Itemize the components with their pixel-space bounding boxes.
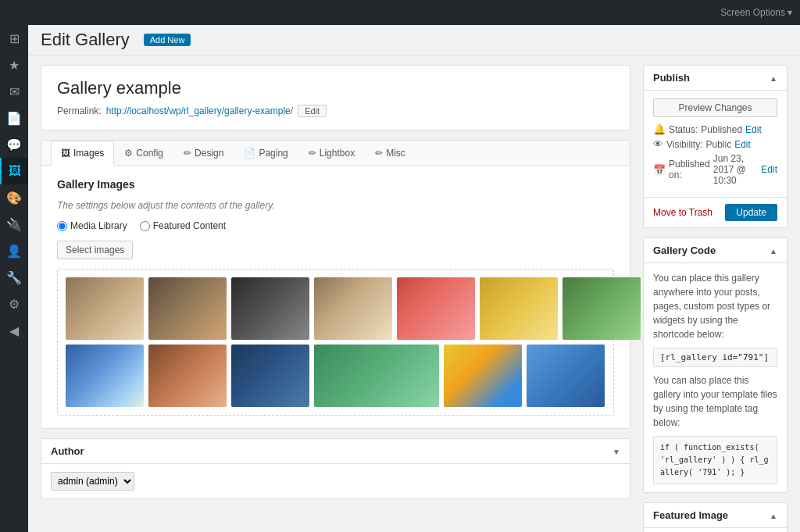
tab-paging[interactable]: 📄 Paging (234, 141, 298, 166)
post-title-box: Gallery example Permalink: http://localh… (41, 65, 630, 130)
sidebar-icon-plugins[interactable]: 🔌 (0, 211, 28, 237)
tab-design[interactable]: ✏ Design (173, 141, 234, 166)
thumbnail-5[interactable] (397, 277, 475, 340)
thumbnail-8[interactable] (66, 345, 144, 407)
source-radio-featured-input[interactable] (140, 221, 150, 231)
featured-image-panel-header[interactable]: Featured Image (644, 503, 787, 528)
source-radio-media[interactable]: Media Library (57, 220, 127, 231)
status-icon: 🔔 (653, 123, 666, 135)
thumbnail-10[interactable] (231, 345, 309, 407)
thumbnail-12[interactable] (444, 345, 522, 407)
gallery-code-title: Gallery Code (653, 245, 716, 256)
thumbnail-4[interactable] (314, 277, 392, 340)
permalink-edit-button[interactable]: Edit (298, 105, 327, 117)
preview-changes-button[interactable]: Preview Changes (653, 98, 777, 117)
design-tab-icon: ✏ (184, 148, 191, 159)
gallery-code-panel: Gallery Code You can place this gallery … (643, 237, 788, 493)
sidebar-icon-collapse[interactable]: ◀ (0, 317, 28, 344)
lightbox-tab-icon: ✏ (309, 148, 316, 159)
screen-options-btn[interactable]: Screen Options ▾ (720, 7, 792, 18)
paging-tab-icon: 📄 (244, 148, 255, 159)
admin-sidebar: ⊞ ★ ✉ 📄 💬 🖼 🎨 🔌 👤 🔧 ⚙ ◀ (0, 0, 28, 532)
featured-image-body: Select gallery featured image source: Fi… (644, 528, 787, 532)
publish-panel-header[interactable]: Publish (644, 66, 787, 91)
status-label: Status: (669, 124, 698, 135)
thumbnail-1[interactable] (66, 277, 144, 340)
permalink: Permalink: http://localhost/wp/rl_galler… (57, 105, 614, 117)
tab-misc[interactable]: ✏ Misc (365, 141, 416, 166)
page-title: Edit Gallery (41, 30, 130, 50)
add-new-button[interactable]: Add New (144, 34, 191, 46)
permalink-url[interactable]: http://localhost/wp/rl_gallery/gallery-e… (106, 105, 293, 116)
sidebar-icon-media[interactable]: ✉ (0, 78, 28, 105)
author-body: admin (admin) (41, 464, 630, 498)
publish-status-row: 🔔 Status: Published Edit (653, 123, 777, 135)
published-value: Jun 23, 2017 @ 10:30 (713, 153, 759, 186)
source-radio-group: Media Library Featured Content (57, 220, 614, 231)
thumbnail-13[interactable] (527, 345, 605, 407)
sidebar-icon-users[interactable]: 👤 (0, 237, 28, 264)
status-edit-link[interactable]: Edit (745, 124, 762, 135)
published-edit-link[interactable]: Edit (761, 164, 777, 175)
source-radio-featured[interactable]: Featured Content (140, 220, 226, 231)
featured-image-title: Featured Image (653, 509, 728, 521)
author-chevron (612, 445, 620, 457)
sidebar-icon-dashboard[interactable]: ⊞ (0, 25, 28, 52)
author-header[interactable]: Author (41, 439, 630, 464)
visibility-icon: 👁 (653, 138, 663, 150)
author-title: Author (51, 445, 84, 457)
sidebar-icon-appearance[interactable]: 🎨 (0, 184, 28, 211)
published-label: Published on: (669, 159, 710, 180)
subhead-bar: Edit Gallery Add New (28, 25, 800, 55)
source-radio-featured-label: Featured Content (153, 220, 226, 231)
select-images-button[interactable]: Select images (57, 241, 133, 259)
right-sidebar: Publish Preview Changes 🔔 Status: Publis… (643, 65, 788, 532)
php-code-block: if ( function_exists( 'rl_gallery' ) ) {… (653, 436, 777, 484)
sidebar-icon-posts[interactable]: ★ (0, 52, 28, 78)
move-to-trash-link[interactable]: Move to Trash (653, 207, 712, 218)
featured-image-panel: Featured Image Select gallery featured i… (643, 502, 788, 532)
gallery-code-panel-header[interactable]: Gallery Code (644, 238, 787, 263)
tabs-container: 🖼 Images ⚙ Config ✏ Design 📄 Paging (41, 140, 630, 429)
gallery-images-section: Gallery Images The settings below adjust… (41, 166, 630, 428)
publish-panel-footer: Move to Trash Update (644, 197, 787, 227)
sidebar-icon-comments[interactable]: 💬 (0, 131, 28, 158)
sidebar-icon-settings[interactable]: ⚙ (0, 291, 28, 317)
featured-image-chevron (770, 509, 777, 521)
image-row-1 (66, 277, 605, 340)
config-tab-icon: ⚙ (124, 148, 133, 159)
source-radio-media-label: Media Library (70, 220, 127, 231)
image-grid-container (57, 269, 614, 416)
tabs-bar: 🖼 Images ⚙ Config ✏ Design 📄 Paging (41, 141, 630, 166)
tab-paging-label: Paging (259, 148, 288, 159)
images-tab-icon: 🖼 (61, 148, 70, 159)
thumbnail-6[interactable] (480, 277, 558, 340)
tab-design-label: Design (195, 148, 223, 159)
visibility-edit-link[interactable]: Edit (734, 139, 751, 150)
gallery-code-chevron (770, 245, 777, 256)
thumbnail-2[interactable] (148, 277, 227, 340)
tab-lightbox[interactable]: ✏ Lightbox (298, 141, 365, 166)
sidebar-icon-tools[interactable]: 🔧 (0, 264, 28, 291)
publish-panel-body: Preview Changes 🔔 Status: Published Edit… (644, 91, 787, 197)
content-area: Gallery example Permalink: http://localh… (28, 55, 800, 532)
tab-images[interactable]: 🖼 Images (51, 141, 114, 166)
visibility-value: Public (705, 139, 731, 150)
sidebar-icon-pages[interactable]: 📄 (0, 105, 28, 131)
gallery-code-note1: You can place this gallery anywhere into… (653, 271, 777, 341)
shortcode-box[interactable]: [rl_gallery id="791"] (653, 348, 777, 367)
thumbnail-9[interactable] (148, 345, 227, 407)
status-value: Published (701, 124, 742, 135)
tab-config[interactable]: ⚙ Config (114, 141, 173, 166)
misc-tab-icon: ✏ (375, 148, 383, 159)
sidebar-icon-gallery[interactable]: 🖼 (0, 158, 28, 184)
thumbnail-3[interactable] (231, 277, 309, 340)
source-radio-media-input[interactable] (57, 221, 67, 231)
thumbnail-11[interactable] (314, 345, 439, 407)
update-button[interactable]: Update (725, 204, 777, 221)
publish-visibility-row: 👁 Visibility: Public Edit (653, 138, 777, 150)
tab-misc-label: Misc (386, 148, 405, 159)
calendar-icon: 📅 (653, 164, 666, 176)
thumbnail-7[interactable] (562, 277, 641, 340)
author-select[interactable]: admin (admin) (51, 472, 134, 491)
